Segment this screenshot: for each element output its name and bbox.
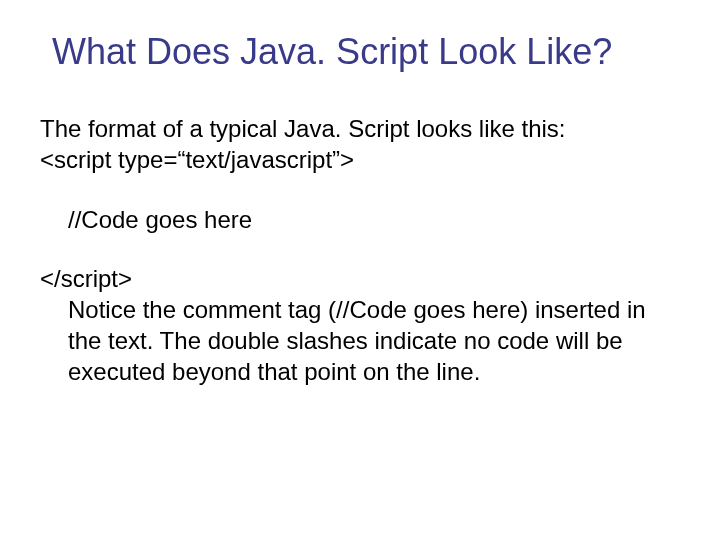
spacer [40,235,680,263]
body-line-explanation: Notice the comment tag (//Code goes here… [40,294,680,388]
slide-title: What Does Java. Script Look Like? [52,30,680,73]
body-line-open-tag: <script type=“text/javascript”> [40,144,680,175]
body-line-intro: The format of a typical Java. Script loo… [40,113,680,144]
body-line-code-comment: //Code goes here [40,204,680,235]
slide: What Does Java. Script Look Like? The fo… [0,0,720,540]
slide-body: The format of a typical Java. Script loo… [40,113,680,387]
body-line-close-tag: </script> [40,263,680,294]
spacer [40,176,680,204]
